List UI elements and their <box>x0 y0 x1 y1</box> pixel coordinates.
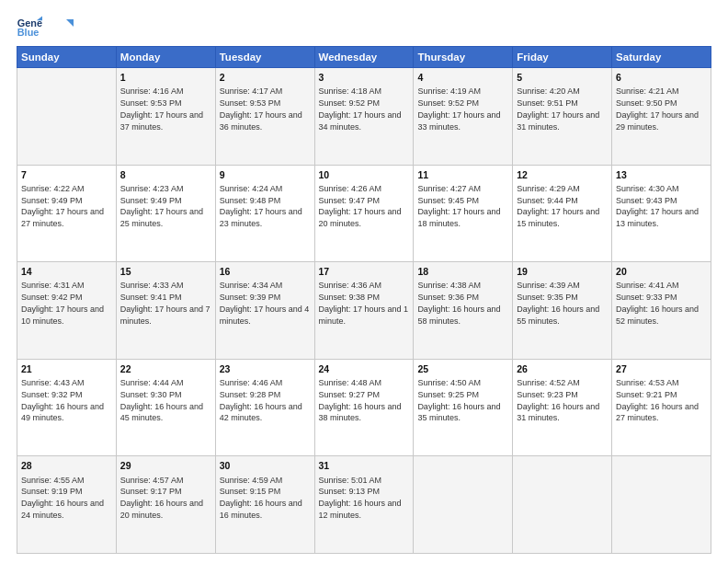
cell-w2-d0: 14Sunrise: 4:31 AMSunset: 9:42 PMDayligh… <box>17 262 117 360</box>
cell-w0-d1: 1Sunrise: 4:16 AMSunset: 9:53 PMDaylight… <box>116 68 215 166</box>
day-number: 28 <box>21 459 112 473</box>
daylight-text: Daylight: 17 hours and 15 minutes. <box>517 206 608 230</box>
sunrise-text: Sunrise: 4:17 AM <box>220 86 311 98</box>
daylight-text: Daylight: 16 hours and 27 minutes. <box>616 401 707 425</box>
sunrise-text: Sunrise: 4:16 AM <box>120 86 211 98</box>
sunrise-text: Sunrise: 4:55 AM <box>21 475 112 487</box>
sunset-text: Sunset: 9:36 PM <box>417 292 508 304</box>
logo-triangle-icon <box>53 17 74 38</box>
day-number: 9 <box>220 168 311 182</box>
sunset-text: Sunset: 9:39 PM <box>220 292 311 304</box>
day-number: 16 <box>220 265 311 279</box>
daylight-text: Daylight: 17 hours and 4 minutes. <box>220 304 311 327</box>
daylight-text: Daylight: 17 hours and 36 minutes. <box>220 109 311 133</box>
cell-w3-d5: 26Sunrise: 4:52 AMSunset: 9:23 PMDayligh… <box>513 359 612 456</box>
sunrise-text: Sunrise: 4:26 AM <box>319 183 410 195</box>
calendar-header-row: SundayMondayTuesdayWednesdayThursdayFrid… <box>17 47 711 68</box>
sunset-text: Sunset: 9:30 PM <box>120 389 211 401</box>
sunrise-text: Sunrise: 4:48 AM <box>319 377 410 389</box>
day-number: 4 <box>417 71 508 85</box>
day-number: 29 <box>120 459 211 473</box>
day-number: 6 <box>616 71 707 85</box>
daylight-text: Daylight: 16 hours and 31 minutes. <box>517 401 608 425</box>
cell-w1-d3: 10Sunrise: 4:26 AMSunset: 9:47 PMDayligh… <box>314 165 414 262</box>
sunset-text: Sunset: 9:27 PM <box>319 389 410 401</box>
col-header-wednesday: Wednesday <box>314 47 414 68</box>
sunrise-text: Sunrise: 4:43 AM <box>21 377 112 389</box>
day-number: 25 <box>417 362 508 376</box>
daylight-text: Daylight: 16 hours and 35 minutes. <box>417 401 508 425</box>
sunrise-text: Sunrise: 4:29 AM <box>517 183 608 195</box>
cell-w3-d2: 23Sunrise: 4:46 AMSunset: 9:28 PMDayligh… <box>215 359 314 456</box>
cell-w2-d3: 17Sunrise: 4:36 AMSunset: 9:38 PMDayligh… <box>314 262 414 360</box>
daylight-text: Daylight: 17 hours and 10 minutes. <box>21 304 112 327</box>
cell-w0-d0 <box>17 68 117 166</box>
sunrise-text: Sunrise: 4:22 AM <box>21 183 112 195</box>
cell-w4-d3: 31Sunrise: 5:01 AMSunset: 9:13 PMDayligh… <box>314 456 414 554</box>
sunset-text: Sunset: 9:44 PM <box>517 195 608 207</box>
sunrise-text: Sunrise: 4:23 AM <box>120 183 211 195</box>
sunrise-text: Sunrise: 4:53 AM <box>616 377 707 389</box>
cell-w2-d4: 18Sunrise: 4:38 AMSunset: 9:36 PMDayligh… <box>414 262 513 360</box>
daylight-text: Daylight: 16 hours and 45 minutes. <box>120 401 211 425</box>
sunset-text: Sunset: 9:52 PM <box>319 98 410 109</box>
sunset-text: Sunset: 9:51 PM <box>517 98 608 109</box>
daylight-text: Daylight: 17 hours and 13 minutes. <box>616 206 707 230</box>
sunset-text: Sunset: 9:25 PM <box>417 389 508 401</box>
cell-w3-d3: 24Sunrise: 4:48 AMSunset: 9:27 PMDayligh… <box>314 359 414 456</box>
cell-w4-d0: 28Sunrise: 4:55 AMSunset: 9:19 PMDayligh… <box>17 456 117 554</box>
day-number: 3 <box>319 71 410 85</box>
sunset-text: Sunset: 9:19 PM <box>21 486 112 498</box>
day-number: 14 <box>21 265 112 279</box>
daylight-text: Daylight: 16 hours and 20 minutes. <box>120 498 211 522</box>
sunset-text: Sunset: 9:48 PM <box>220 195 311 207</box>
day-number: 8 <box>120 168 211 182</box>
col-header-saturday: Saturday <box>612 47 711 68</box>
daylight-text: Daylight: 17 hours and 27 minutes. <box>21 206 112 230</box>
sunrise-text: Sunrise: 5:01 AM <box>319 475 410 487</box>
day-number: 2 <box>220 71 311 85</box>
cell-w4-d5 <box>513 456 612 554</box>
cell-w2-d5: 19Sunrise: 4:39 AMSunset: 9:35 PMDayligh… <box>513 262 612 360</box>
day-number: 12 <box>517 168 608 182</box>
daylight-text: Daylight: 17 hours and 1 minute. <box>319 304 410 327</box>
day-number: 31 <box>319 459 410 473</box>
sunrise-text: Sunrise: 4:20 AM <box>517 86 608 98</box>
sunset-text: Sunset: 9:21 PM <box>616 389 707 401</box>
sunset-text: Sunset: 9:23 PM <box>517 389 608 401</box>
cell-w3-d0: 21Sunrise: 4:43 AMSunset: 9:32 PMDayligh… <box>17 359 117 456</box>
sunrise-text: Sunrise: 4:52 AM <box>517 377 608 389</box>
day-number: 22 <box>120 362 211 376</box>
cell-w4-d4 <box>414 456 513 554</box>
cell-w1-d4: 11Sunrise: 4:27 AMSunset: 9:45 PMDayligh… <box>414 165 513 262</box>
day-number: 11 <box>417 168 508 182</box>
day-number: 21 <box>21 362 112 376</box>
daylight-text: Daylight: 17 hours and 25 minutes. <box>120 206 211 230</box>
daylight-text: Daylight: 16 hours and 49 minutes. <box>21 401 112 425</box>
sunrise-text: Sunrise: 4:59 AM <box>220 475 311 487</box>
day-number: 30 <box>220 459 311 473</box>
daylight-text: Daylight: 16 hours and 12 minutes. <box>319 498 410 522</box>
week-row-2: 14Sunrise: 4:31 AMSunset: 9:42 PMDayligh… <box>17 262 711 360</box>
col-header-thursday: Thursday <box>414 47 513 68</box>
sunset-text: Sunset: 9:45 PM <box>417 195 508 207</box>
cell-w0-d6: 6Sunrise: 4:21 AMSunset: 9:50 PMDaylight… <box>612 68 711 166</box>
daylight-text: Daylight: 16 hours and 24 minutes. <box>21 498 112 522</box>
cell-w4-d6 <box>612 456 711 554</box>
sunrise-text: Sunrise: 4:39 AM <box>517 280 608 292</box>
calendar-table: SundayMondayTuesdayWednesdayThursdayFrid… <box>17 46 711 554</box>
sunrise-text: Sunrise: 4:38 AM <box>417 280 508 292</box>
sunset-text: Sunset: 9:47 PM <box>319 195 410 207</box>
cell-w3-d6: 27Sunrise: 4:53 AMSunset: 9:21 PMDayligh… <box>612 359 711 456</box>
cell-w1-d5: 12Sunrise: 4:29 AMSunset: 9:44 PMDayligh… <box>513 165 612 262</box>
cell-w4-d2: 30Sunrise: 4:59 AMSunset: 9:15 PMDayligh… <box>215 456 314 554</box>
sunrise-text: Sunrise: 4:24 AM <box>220 183 311 195</box>
daylight-text: Daylight: 17 hours and 20 minutes. <box>319 206 410 230</box>
sunset-text: Sunset: 9:38 PM <box>319 292 410 304</box>
daylight-text: Daylight: 16 hours and 58 minutes. <box>417 304 508 327</box>
svg-text:Blue: Blue <box>17 27 40 38</box>
week-row-1: 7Sunrise: 4:22 AMSunset: 9:49 PMDaylight… <box>17 165 711 262</box>
svg-marker-3 <box>66 19 74 27</box>
sunset-text: Sunset: 9:49 PM <box>21 195 112 207</box>
sunrise-text: Sunrise: 4:30 AM <box>616 183 707 195</box>
